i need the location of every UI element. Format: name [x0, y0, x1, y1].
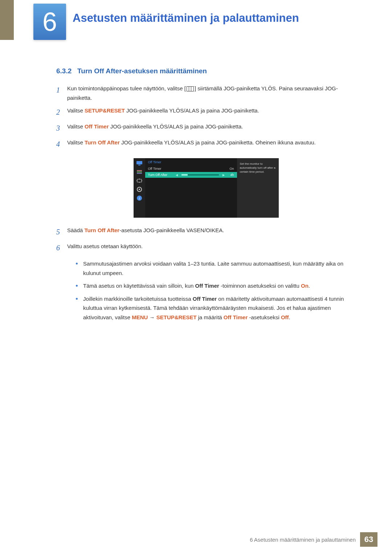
- gear-icon: [136, 186, 143, 192]
- step-2: 2 Valitse SETUP&RESET JOG-painikkeella Y…: [56, 106, 356, 118]
- step-4: 4 Valitse Turn Off After JOG-painikkeell…: [56, 138, 356, 150]
- svg-rect-2: [137, 170, 142, 171]
- arrow-right-icon: ▶: [222, 173, 225, 177]
- svg-rect-4: [137, 173, 142, 174]
- page-number: 63: [360, 532, 377, 547]
- step-6: 6 Valittu asetus otetaan käyttöön.: [56, 242, 356, 254]
- emph-turn-off-after: Turn Off After: [85, 227, 120, 233]
- step-number: 2: [56, 106, 67, 118]
- footer-text: 6 Asetusten määrittäminen ja palauttamin…: [250, 537, 356, 543]
- svg-rect-5: [137, 179, 142, 182]
- notes-block: Sammutusajastimen arvoksi voidaan valita…: [56, 259, 356, 322]
- emph-off-timer: Off Timer: [195, 283, 219, 289]
- svg-point-7: [139, 189, 140, 190]
- note-1: Sammutusajastimen arvoksi voidaan valita…: [76, 259, 356, 278]
- step-body: Valittu asetus otetaan käyttöön.: [67, 242, 356, 251]
- emph-setup-reset: SETUP&RESET: [85, 107, 125, 114]
- osd-row-value: 4h: [227, 173, 234, 177]
- menu-icon: [187, 86, 194, 91]
- osd-row-label: Turn Off After: [148, 173, 173, 177]
- osd-main-panel: Off Timer Off Timer On Turn Off After ◀ …: [145, 158, 237, 218]
- emph-turn-off-after: Turn Off After: [85, 139, 120, 145]
- step-body: Valitse Turn Off After JOG-painikkeella …: [67, 138, 356, 147]
- note-3: Joillekin markkinoille tarkoitetuissa tu…: [76, 294, 356, 322]
- arrow-left-icon: ◀: [176, 173, 178, 177]
- osd-row-off-timer: Off Timer On: [145, 165, 237, 172]
- page-footer: 6 Asetusten määrittäminen ja palauttamin…: [250, 532, 377, 547]
- steps-list-2: 5 Säädä Turn Off After-asetusta JOG-pain…: [56, 226, 356, 254]
- step-body: Valitse Off Timer JOG-painikkeella YLÖS/…: [67, 122, 356, 131]
- step-number: 1: [56, 84, 67, 96]
- emph-on: On: [301, 283, 309, 289]
- step-body: Kun toimintonäppäinopas tulee näyttöön, …: [67, 84, 356, 102]
- chapter-number: 6: [42, 7, 57, 37]
- osd-slider: [181, 174, 219, 176]
- steps-list: 1 Kun toimintonäppäinopas tulee näyttöön…: [56, 84, 356, 150]
- step-5: 5 Säädä Turn Off After-asetusta JOG-pain…: [56, 226, 356, 238]
- step-number: 6: [56, 242, 67, 254]
- emph-setup-reset: SETUP&RESET: [156, 314, 197, 320]
- emph-off-timer: Off Timer: [193, 296, 217, 302]
- emph-off: Off: [281, 314, 289, 320]
- emph-off-timer: Off Timer: [224, 314, 248, 320]
- content-area: 6.3.2 Turn Off After-asetuksen määrittäm…: [56, 67, 356, 325]
- list-icon: [136, 169, 143, 175]
- step-3: 3 Valitse Off Timer JOG-painikkeella YLÖ…: [56, 122, 356, 134]
- section-heading: 6.3.2 Turn Off After-asetuksen määrittäm…: [56, 67, 356, 75]
- osd-menu-title: Off Timer: [145, 158, 237, 165]
- osd-row-value: On: [229, 167, 234, 171]
- osd-screenshot: i Off Timer Off Timer On Turn Off After …: [134, 158, 279, 218]
- chapter-number-tab: 6: [33, 4, 66, 40]
- osd-help-text: Set the monitor to automatically turn of…: [240, 162, 276, 173]
- osd-row-turn-off-after: Turn Off After ◀ ▶ 4h: [145, 172, 237, 178]
- step-1: 1 Kun toimintonäppäinopas tulee näyttöön…: [56, 84, 356, 102]
- emph-menu: MENU: [132, 314, 148, 320]
- resize-icon: [136, 178, 143, 184]
- osd-blank-area: [145, 178, 237, 218]
- manual-page: 6 Asetusten määrittäminen ja palauttamin…: [0, 0, 392, 554]
- section-number: 6.3.2: [56, 67, 72, 75]
- osd-row-label: Off Timer: [148, 167, 162, 171]
- step-body: Valitse SETUP&RESET JOG-painikkeella YLÖ…: [67, 106, 356, 115]
- svg-rect-3: [137, 172, 142, 172]
- info-icon: i: [136, 195, 143, 201]
- chapter-title: Asetusten määrittäminen ja palauttaminen: [73, 12, 299, 25]
- section-title: Turn Off After-asetuksen määrittäminen: [77, 67, 207, 75]
- svg-rect-1: [138, 165, 140, 165]
- note-2: Tämä asetus on käytettävissä vain silloi…: [76, 281, 356, 291]
- step-number: 3: [56, 122, 67, 134]
- monitor-icon: [136, 160, 143, 166]
- step-body: Säädä Turn Off After-asetusta JOG-painik…: [67, 226, 356, 235]
- left-accent: [0, 0, 14, 40]
- osd-slider-fill: [181, 174, 188, 176]
- step-number: 5: [56, 226, 67, 238]
- osd-help-panel: Set the monitor to automatically turn of…: [237, 158, 279, 218]
- step-number: 4: [56, 138, 67, 150]
- osd-icon-rail: i: [134, 158, 145, 218]
- svg-rect-0: [136, 161, 142, 164]
- emph-off-timer: Off Timer: [85, 123, 109, 130]
- svg-text:i: i: [139, 196, 140, 200]
